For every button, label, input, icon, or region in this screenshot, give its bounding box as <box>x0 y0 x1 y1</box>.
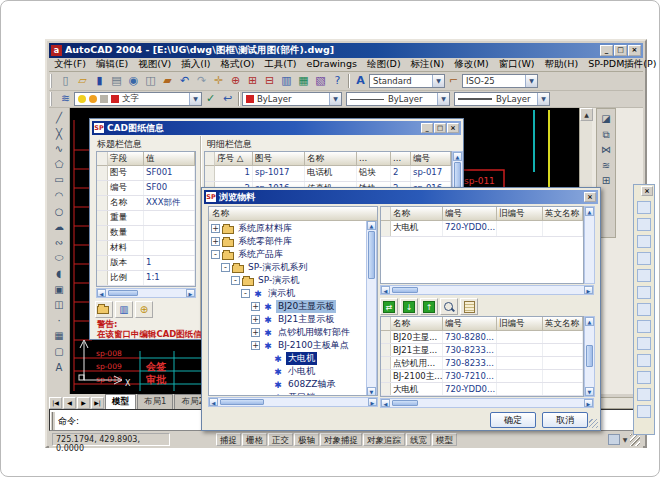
move-down-icon[interactable]: ↓ <box>400 298 418 315</box>
table-row[interactable]: 版本 1 <box>97 256 195 271</box>
ok-button[interactable]: 确定 <box>490 412 536 428</box>
tree-hscrollbar[interactable]: ◀▶ <box>208 397 378 407</box>
copy-object-icon[interactable]: ⧉ <box>598 127 615 143</box>
tree-item[interactable]: + 系统零部件库 <box>209 235 377 248</box>
ellipse-arc-icon[interactable]: ◖ <box>51 266 68 282</box>
tree-item[interactable]: - 演示机 <box>209 287 377 300</box>
toolbar-grip[interactable] <box>50 92 54 106</box>
expand-toggle[interactable]: - <box>221 263 230 272</box>
tab-layout1[interactable]: 布局1 <box>137 394 173 409</box>
command-prompt[interactable]: 命令: <box>58 415 79 428</box>
tree-header[interactable]: 名称 <box>209 207 377 221</box>
menu-item[interactable]: 修改(M) <box>449 58 494 71</box>
top-table-vscrollbar[interactable]: ▲ <box>584 206 595 284</box>
column-header[interactable]: 编号 <box>411 152 451 166</box>
multiline-text-icon[interactable]: A <box>51 360 68 376</box>
rectangle-icon[interactable]: ▭ <box>51 172 68 188</box>
table-row[interactable]: 数量 <box>97 226 195 241</box>
column-header[interactable]: 名称 <box>305 152 357 166</box>
browse-title-bar[interactable]: SP 浏览物料 × <box>204 190 598 204</box>
zoom-window-icon[interactable]: ⊞ <box>244 73 261 89</box>
open-icon[interactable]: ▱ <box>74 73 91 89</box>
layer-previous-icon[interactable]: ↩ <box>219 91 236 107</box>
tree-item[interactable]: + 点钞机用螺钉部件 <box>209 326 377 339</box>
maximize-button[interactable]: □ <box>614 45 627 56</box>
minimize-button[interactable]: _ <box>421 123 433 133</box>
column-header[interactable]: ... <box>357 152 391 166</box>
command-splitter[interactable] <box>51 412 55 430</box>
dim-style-icon[interactable]: ⌐ <box>445 73 462 89</box>
communication-center-icon[interactable] <box>608 434 620 445</box>
plot-icon[interactable]: ▤ <box>108 73 125 89</box>
insert-block-icon[interactable]: ▣ <box>51 282 68 298</box>
tree-item[interactable]: 开口销 <box>209 391 377 396</box>
table-row[interactable]: 编号 SF00 <box>97 181 195 196</box>
pan-icon[interactable]: ✛ <box>210 73 227 89</box>
text-style-icon[interactable]: A <box>352 73 369 89</box>
add-item-icon[interactable]: ⊕ <box>135 301 153 318</box>
menu-item[interactable]: 视图(V) <box>133 58 176 71</box>
table-row[interactable]: 大电机 720-YDD0... <box>381 221 583 237</box>
title-bar[interactable]: a AutoCAD 2004 - [E:\UG\dwg\图框\测试用图(部件).… <box>49 43 643 58</box>
expand-toggle[interactable]: + <box>251 328 260 337</box>
expand-toggle[interactable]: - <box>231 276 240 285</box>
polyline-icon[interactable]: ∿ <box>51 141 68 157</box>
menu-item[interactable]: SP-PDM插件(P) <box>583 58 660 71</box>
column-header[interactable]: 旧编号 <box>497 317 543 331</box>
cancel-button[interactable]: 取消 <box>542 412 588 428</box>
tab-last-button[interactable]: ▶| <box>91 397 104 409</box>
table-row[interactable]: 比例 1:1 <box>97 271 195 286</box>
region-icon[interactable]: ▢ <box>51 344 68 360</box>
tree-item[interactable]: + BJ-2100主板单点 <box>209 339 377 352</box>
tree-item[interactable]: + BJ21主显示板 <box>209 313 377 326</box>
menu-item[interactable]: 格式(O) <box>215 58 259 71</box>
column-header[interactable]: 序号 △ <box>215 152 253 166</box>
chevron-down-icon[interactable]: ▼ <box>432 75 444 87</box>
search-icon[interactable] <box>440 298 458 315</box>
table-row[interactable]: BJ20主显... 730-8280... <box>381 331 583 344</box>
chevron-down-icon[interactable]: ▼ <box>329 93 341 105</box>
scroll-up-icon[interactable]: ▲ <box>580 108 593 121</box>
color-combo[interactable]: ByLayer ▼ <box>242 92 342 106</box>
status-toggle[interactable]: 对象捕捉 <box>320 433 362 446</box>
tool-palettes-icon[interactable]: ▧ <box>312 73 329 89</box>
make-layer-current-icon[interactable]: ✓ <box>202 91 219 107</box>
expand-toggle[interactable]: + <box>211 237 220 246</box>
tree-vscrollbar[interactable]: ▲ ▼ <box>366 221 377 396</box>
column-header[interactable]: 英文名称 <box>543 317 583 331</box>
table-row[interactable]: BJ21主显... 730-8233... <box>381 344 583 357</box>
tree-item[interactable]: - SP-演示机 <box>209 274 377 287</box>
text-style-combo[interactable]: Standard ▼ <box>369 74 445 88</box>
dialog-resize-grip[interactable] <box>589 419 598 428</box>
move-up-icon[interactable]: ↑ <box>420 298 438 315</box>
dim-style-combo[interactable]: ISO-25 ▼ <box>462 74 538 88</box>
properties-icon[interactable]: ▥ <box>278 73 295 89</box>
tree-item[interactable]: + BJ20主显示板 <box>209 300 377 313</box>
minimize-button[interactable]: _ <box>600 45 613 56</box>
open-folder-icon[interactable] <box>95 301 113 318</box>
column-header[interactable]: 图号 <box>253 152 305 166</box>
lineweight-combo[interactable]: ByLayer ▼ <box>454 92 550 106</box>
tree-item[interactable]: - SP-演示机系列 <box>209 261 377 274</box>
zoom-previous-icon[interactable]: ⊟ <box>261 73 278 89</box>
save-icon[interactable]: ▮ <box>91 73 108 89</box>
table-row[interactable]: 材料 <box>97 241 195 256</box>
point-icon[interactable]: · <box>51 313 68 329</box>
expand-toggle[interactable]: + <box>211 224 220 233</box>
status-toggle[interactable]: 正交 <box>268 433 293 446</box>
spline-icon[interactable]: ∾ <box>51 235 68 251</box>
help-icon[interactable]: ? <box>329 73 346 89</box>
column-header[interactable]: 编号 <box>443 317 497 331</box>
properties-form-icon[interactable] <box>460 298 478 315</box>
chevron-down-icon[interactable]: ▼ <box>537 93 549 105</box>
close-button[interactable]: × <box>447 123 459 133</box>
revision-cloud-icon[interactable]: ☁ <box>51 219 68 235</box>
construction-line-icon[interactable]: ╳ <box>51 126 68 142</box>
table-row[interactable]: 名称 XXX部件 <box>97 196 195 211</box>
column-header[interactable]: 旧编号 <box>497 207 543 221</box>
fields-hscrollbar[interactable]: ◀▶ <box>96 288 196 298</box>
new-icon[interactable]: ▯ <box>57 73 74 89</box>
status-toggle[interactable]: 对象追踪 <box>363 433 405 446</box>
layers-icon[interactable]: ≋ <box>57 91 74 107</box>
ellipse-icon[interactable]: ⬭ <box>51 250 68 266</box>
